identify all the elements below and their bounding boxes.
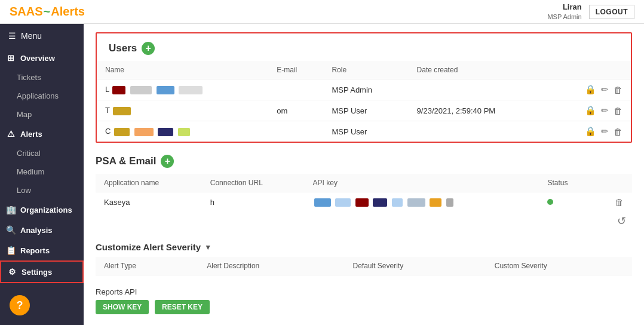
webhooks-api-section: Webhooks API SHOW KEY RESET KEY [84, 320, 644, 325]
psa-section: PSA & Email + Application name Connectio… [84, 149, 644, 236]
sidebar-label-low: Low [17, 186, 31, 195]
sidebar-item-critical[interactable]: Critical [0, 144, 84, 162]
users-col-name: Name [97, 61, 268, 79]
delete-icon[interactable]: 🗑 [615, 197, 624, 207]
delete-icon[interactable]: 🗑 [614, 127, 622, 137]
table-row: Kaseya h [96, 192, 632, 213]
sidebar-item-settings[interactable]: ⚙ Settings [0, 260, 84, 283]
dropdown-arrow-icon[interactable]: ▼ [204, 243, 211, 252]
reports-icon: 📋 [6, 246, 16, 255]
sidebar-item-tickets[interactable]: Tickets [0, 68, 84, 87]
logout-button[interactable]: LOGOUT [589, 5, 634, 19]
user-email-cell: om [268, 100, 323, 121]
sidebar-item-overview[interactable]: ⊞ Overview [0, 48, 84, 68]
user-date-cell [409, 79, 550, 100]
psa-col-url: Connection URL [202, 174, 305, 192]
users-col-date: Date created [409, 61, 550, 79]
alert-col-desc: Alert Description [198, 257, 344, 275]
sidebar-label-analysis: Analysis [20, 226, 52, 235]
sidebar-item-medium[interactable]: Medium [0, 162, 84, 181]
reports-show-key-button[interactable]: SHOW KEY [96, 300, 149, 314]
delete-icon[interactable]: 🗑 [614, 85, 622, 95]
sidebar-item-alerts[interactable]: ⚠ Alerts [0, 124, 84, 144]
sidebar-label-medium: Medium [17, 167, 44, 176]
logo: SAAS ~ Alerts [10, 5, 85, 19]
sidebar-item-applications[interactable]: Applications [0, 87, 84, 105]
edit-icon[interactable]: ✏ [601, 105, 609, 116]
redacted-block [134, 128, 154, 136]
lock-icon[interactable]: 🔒 [585, 84, 596, 95]
redacted-block [157, 86, 174, 94]
user-name-cell: L [97, 79, 268, 100]
edit-icon[interactable]: ✏ [601, 126, 609, 137]
reset-icon[interactable]: ↺ [617, 215, 626, 227]
users-section: Users + Name E-mail Role Date created [96, 32, 632, 143]
add-user-button[interactable]: + [142, 42, 155, 55]
redacted-block [178, 128, 190, 136]
psa-url-cell: h [202, 192, 305, 213]
sidebar-item-low[interactable]: Low [0, 181, 84, 200]
sidebar: ☰ Menu ⊞ Overview Tickets Applications M… [0, 24, 84, 325]
sidebar-label-settings: Settings [22, 268, 52, 277]
user-role: MSP Admin [547, 13, 581, 21]
alert-severity-table: Alert Type Alert Description Default Sev… [96, 257, 632, 275]
sidebar-item-organizations[interactable]: 🏢 Organizations [0, 200, 84, 220]
add-psa-button[interactable]: + [161, 155, 174, 168]
redacted-block [373, 198, 387, 207]
sidebar-item-analysis[interactable]: 🔍 Analysis [0, 220, 84, 240]
table-row: T om MSP User 9/23/2021, 2:59:40 PM 🔒 ✏ … [97, 100, 631, 121]
user-name: Liran [547, 2, 581, 13]
user-name-cell: T [97, 100, 268, 121]
table-row: L MSP Admin 🔒 ✏ [97, 79, 631, 100]
alert-col-type: Alert Type [96, 257, 198, 275]
analysis-icon: 🔍 [6, 225, 16, 235]
lock-icon[interactable]: 🔒 [585, 126, 596, 137]
alert-severity-title: Customize Alert Severity [96, 242, 201, 252]
table-row: C MSP User 🔒 ✏ [97, 121, 631, 142]
help-button[interactable]: ? [10, 295, 30, 315]
alerts-icon: ⚠ [6, 129, 16, 139]
psa-table: Application name Connection URL API key … [96, 174, 632, 212]
alert-severity-header: Customize Alert Severity ▼ [96, 242, 632, 252]
redacted-block [114, 128, 130, 136]
edit-icon[interactable]: ✏ [601, 84, 609, 95]
user-role-cell: MSP Admin [323, 79, 408, 100]
user-name-cell: C [97, 121, 268, 142]
psa-apikey-cell [305, 192, 539, 213]
sidebar-label-tickets: Tickets [17, 73, 41, 82]
redacted-block [407, 198, 425, 207]
user-info: Liran MSP Admin [547, 2, 581, 21]
redacted-block [430, 198, 441, 207]
settings-icon: ⚙ [7, 267, 17, 277]
sidebar-label-map: Map [17, 110, 32, 119]
lock-icon[interactable]: 🔒 [585, 105, 596, 116]
reports-api-title: Reports API [96, 287, 632, 296]
redacted-block [314, 198, 331, 207]
logo-tilde: ~ [44, 5, 51, 19]
redacted-block [446, 198, 453, 207]
psa-col-actions [594, 174, 632, 192]
redacted-block [179, 86, 203, 94]
sidebar-item-reports[interactable]: 📋 Reports [0, 240, 84, 260]
user-actions-cell: 🔒 ✏ 🗑 [550, 121, 631, 142]
main-content: Users + Name E-mail Role Date created [84, 24, 644, 325]
sidebar-menu-header[interactable]: ☰ Menu [0, 24, 84, 48]
psa-status-cell [539, 192, 594, 213]
sidebar-label-critical: Critical [17, 149, 41, 158]
alert-col-custom: Custom Severity [486, 257, 632, 275]
users-col-role: Role [323, 61, 408, 79]
delete-icon[interactable]: 🗑 [614, 106, 622, 116]
user-actions-cell: 🔒 ✏ 🗑 [550, 100, 631, 121]
layout: ☰ Menu ⊞ Overview Tickets Applications M… [0, 24, 644, 325]
redacted-block [112, 86, 125, 94]
topbar-right: Liran MSP Admin LOGOUT [547, 2, 634, 21]
reports-reset-key-button[interactable]: RESET KEY [155, 300, 210, 314]
psa-appname-cell: Kaseya [96, 192, 202, 213]
redacted-block [130, 86, 152, 94]
alert-col-default: Default Severity [344, 257, 486, 275]
logo-saas-text: SAAS [10, 5, 43, 19]
sidebar-item-map[interactable]: Map [0, 105, 84, 124]
users-col-actions [550, 61, 631, 79]
user-actions-cell: 🔒 ✏ 🗑 [550, 79, 631, 100]
user-date-cell: 9/23/2021, 2:59:40 PM [409, 100, 550, 121]
